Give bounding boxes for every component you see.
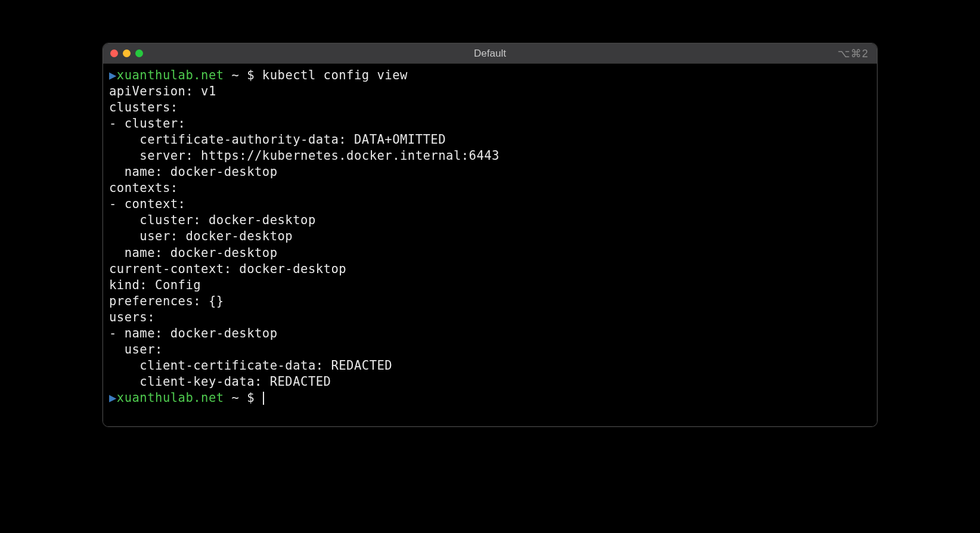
output-line: name: docker-desktop [109, 245, 871, 261]
output-line: current-context: docker-desktop [109, 261, 871, 277]
terminal-body[interactable]: ▶xuanthulab.net ~ $ kubectl config view … [103, 64, 877, 426]
output-line: server: https://kubernetes.docker.intern… [109, 148, 871, 164]
output-line: client-key-data: REDACTED [109, 374, 871, 390]
output-line: cluster: docker-desktop [109, 212, 871, 228]
window-titlebar[interactable]: Default ⌥⌘2 [103, 44, 877, 64]
prompt-marker-icon: ▶ [109, 391, 117, 405]
minimize-button[interactable] [123, 49, 131, 57]
output-line: user: docker-desktop [109, 228, 871, 244]
output-line: - cluster: [109, 116, 871, 132]
window-title: Default [474, 48, 506, 60]
window-shortcut: ⌥⌘2 [838, 47, 869, 60]
output-line: - name: docker-desktop [109, 326, 871, 342]
output-line: kind: Config [109, 277, 871, 293]
prompt-host: xuanthulab.net [117, 391, 224, 405]
prompt-path: ~ $ [224, 68, 262, 82]
prompt-line: ▶xuanthulab.net ~ $ kubectl config view [109, 67, 871, 83]
prompt-path: ~ $ [224, 391, 262, 405]
prompt-marker-icon: ▶ [109, 68, 117, 82]
prompt-host: xuanthulab.net [117, 68, 224, 82]
close-button[interactable] [110, 49, 118, 57]
output-line: name: docker-desktop [109, 164, 871, 180]
output-line: - context: [109, 196, 871, 212]
command-text: kubectl config view [262, 68, 408, 82]
terminal-window: Default ⌥⌘2 ▶xuanthulab.net ~ $ kubectl … [103, 43, 877, 427]
output-line: clusters: [109, 100, 871, 116]
output-line: client-certificate-data: REDACTED [109, 358, 871, 374]
output-line: certificate-authority-data: DATA+OMITTED [109, 132, 871, 148]
output-line: contexts: [109, 180, 871, 196]
maximize-button[interactable] [135, 49, 143, 57]
cursor-icon [263, 392, 264, 405]
output-line: user: [109, 342, 871, 358]
prompt-line-empty: ▶xuanthulab.net ~ $ [109, 390, 871, 406]
output-line: users: [109, 309, 871, 326]
traffic-lights [110, 49, 143, 57]
output-line: preferences: {} [109, 293, 871, 309]
output-line: apiVersion: v1 [109, 83, 871, 100]
